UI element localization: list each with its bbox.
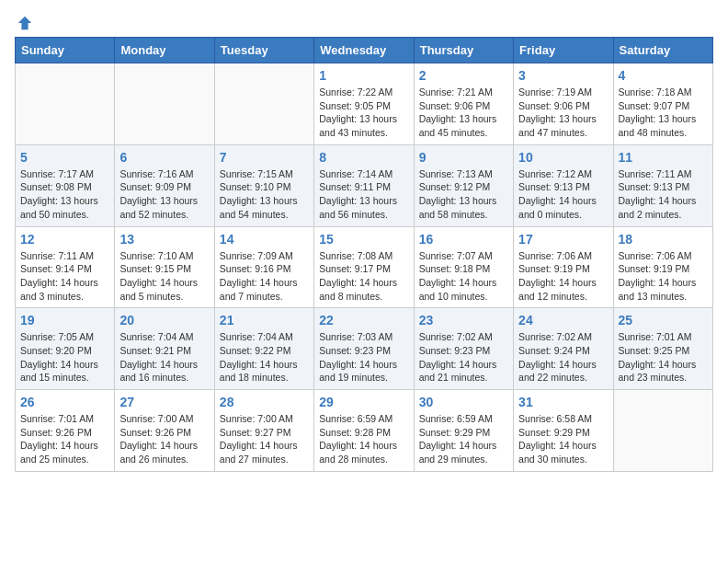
day-number: 4 [619, 68, 708, 83]
calendar-cell: 19Sunrise: 7:05 AM Sunset: 9:20 PM Dayli… [16, 308, 115, 390]
calendar-cell: 7Sunrise: 7:15 AM Sunset: 9:10 PM Daylig… [214, 144, 313, 226]
weekday-header-sunday: Sunday [16, 38, 115, 63]
day-info: Sunrise: 7:06 AM Sunset: 9:19 PM Dayligh… [619, 249, 708, 304]
calendar-cell: 14Sunrise: 7:09 AM Sunset: 9:16 PM Dayli… [214, 226, 313, 308]
week-row-1: 1Sunrise: 7:22 AM Sunset: 9:05 PM Daylig… [16, 63, 713, 145]
day-info: Sunrise: 7:22 AM Sunset: 9:05 PM Dayligh… [319, 86, 408, 140]
calendar-cell [115, 63, 214, 145]
calendar-cell [214, 63, 313, 145]
week-row-4: 19Sunrise: 7:05 AM Sunset: 9:20 PM Dayli… [16, 308, 713, 390]
day-number: 18 [619, 232, 708, 247]
calendar-cell: 11Sunrise: 7:11 AM Sunset: 9:13 PM Dayli… [613, 144, 712, 226]
day-info: Sunrise: 7:11 AM Sunset: 9:13 PM Dayligh… [619, 167, 708, 222]
day-number: 9 [419, 150, 508, 165]
day-number: 27 [119, 395, 209, 409]
weekday-header-wednesday: Wednesday [314, 38, 414, 63]
day-number: 5 [20, 150, 109, 165]
calendar-cell: 25Sunrise: 7:01 AM Sunset: 9:25 PM Dayli… [613, 308, 712, 390]
day-number: 14 [220, 232, 309, 247]
day-number: 21 [220, 313, 309, 327]
day-info: Sunrise: 7:02 AM Sunset: 9:23 PM Dayligh… [419, 330, 508, 385]
day-info: Sunrise: 7:02 AM Sunset: 9:24 PM Dayligh… [518, 330, 608, 385]
day-number: 6 [119, 150, 209, 165]
calendar-cell: 18Sunrise: 7:06 AM Sunset: 9:19 PM Dayli… [613, 226, 712, 308]
day-number: 7 [220, 150, 309, 165]
svg-marker-0 [18, 17, 31, 29]
weekday-header-monday: Monday [115, 38, 214, 63]
calendar-cell: 5Sunrise: 7:17 AM Sunset: 9:08 PM Daylig… [16, 144, 115, 226]
day-number: 23 [419, 313, 508, 327]
week-row-3: 12Sunrise: 7:11 AM Sunset: 9:14 PM Dayli… [16, 226, 713, 308]
day-info: Sunrise: 7:08 AM Sunset: 9:17 PM Dayligh… [319, 249, 408, 304]
day-number: 10 [518, 150, 608, 165]
day-info: Sunrise: 7:01 AM Sunset: 9:26 PM Dayligh… [20, 412, 109, 466]
calendar-cell: 3Sunrise: 7:19 AM Sunset: 9:06 PM Daylig… [514, 63, 613, 145]
weekday-header-thursday: Thursday [414, 38, 513, 63]
calendar-cell: 26Sunrise: 7:01 AM Sunset: 9:26 PM Dayli… [16, 390, 115, 472]
day-number: 26 [20, 395, 109, 409]
calendar-cell [16, 63, 115, 145]
day-info: Sunrise: 7:04 AM Sunset: 9:21 PM Dayligh… [119, 330, 209, 385]
day-info: Sunrise: 7:04 AM Sunset: 9:22 PM Dayligh… [220, 330, 309, 385]
day-info: Sunrise: 7:06 AM Sunset: 9:19 PM Dayligh… [518, 249, 608, 304]
weekday-header-friday: Friday [514, 38, 613, 63]
day-info: Sunrise: 7:16 AM Sunset: 9:09 PM Dayligh… [119, 167, 209, 222]
calendar-cell: 21Sunrise: 7:04 AM Sunset: 9:22 PM Dayli… [214, 308, 313, 390]
calendar: SundayMondayTuesdayWednesdayThursdayFrid… [15, 37, 713, 472]
calendar-cell: 9Sunrise: 7:13 AM Sunset: 9:12 PM Daylig… [414, 144, 513, 226]
calendar-cell: 8Sunrise: 7:14 AM Sunset: 9:11 PM Daylig… [314, 144, 414, 226]
calendar-cell: 29Sunrise: 6:59 AM Sunset: 9:28 PM Dayli… [314, 390, 414, 472]
day-info: Sunrise: 7:18 AM Sunset: 9:07 PM Dayligh… [619, 86, 708, 140]
calendar-cell: 17Sunrise: 7:06 AM Sunset: 9:19 PM Dayli… [514, 226, 613, 308]
day-number: 31 [518, 395, 608, 409]
day-info: Sunrise: 7:09 AM Sunset: 9:16 PM Dayligh… [220, 249, 309, 304]
calendar-cell: 12Sunrise: 7:11 AM Sunset: 9:14 PM Dayli… [16, 226, 115, 308]
day-info: Sunrise: 7:00 AM Sunset: 9:26 PM Dayligh… [119, 412, 209, 466]
day-info: Sunrise: 7:00 AM Sunset: 9:27 PM Dayligh… [220, 412, 309, 466]
calendar-cell: 20Sunrise: 7:04 AM Sunset: 9:21 PM Dayli… [115, 308, 214, 390]
calendar-cell: 6Sunrise: 7:16 AM Sunset: 9:09 PM Daylig… [115, 144, 214, 226]
day-info: Sunrise: 7:12 AM Sunset: 9:13 PM Dayligh… [518, 167, 608, 222]
calendar-cell: 23Sunrise: 7:02 AM Sunset: 9:23 PM Dayli… [414, 308, 513, 390]
day-number: 3 [518, 68, 608, 83]
week-row-2: 5Sunrise: 7:17 AM Sunset: 9:08 PM Daylig… [16, 144, 713, 226]
day-number: 20 [119, 313, 209, 327]
day-number: 24 [518, 313, 608, 327]
page-header [15, 15, 713, 28]
day-number: 2 [419, 68, 508, 83]
day-number: 19 [20, 313, 109, 327]
day-info: Sunrise: 6:59 AM Sunset: 9:29 PM Dayligh… [419, 412, 508, 466]
day-number: 30 [419, 395, 508, 409]
day-number: 22 [319, 313, 408, 327]
day-info: Sunrise: 6:58 AM Sunset: 9:29 PM Dayligh… [518, 412, 608, 466]
day-number: 1 [319, 68, 408, 83]
day-number: 17 [518, 232, 608, 247]
calendar-cell [613, 390, 712, 472]
calendar-cell: 16Sunrise: 7:07 AM Sunset: 9:18 PM Dayli… [414, 226, 513, 308]
calendar-cell: 30Sunrise: 6:59 AM Sunset: 9:29 PM Dayli… [414, 390, 513, 472]
calendar-cell: 1Sunrise: 7:22 AM Sunset: 9:05 PM Daylig… [314, 63, 414, 145]
calendar-cell: 28Sunrise: 7:00 AM Sunset: 9:27 PM Dayli… [214, 390, 313, 472]
calendar-cell: 10Sunrise: 7:12 AM Sunset: 9:13 PM Dayli… [514, 144, 613, 226]
day-number: 25 [619, 313, 708, 327]
day-info: Sunrise: 7:13 AM Sunset: 9:12 PM Dayligh… [419, 167, 508, 222]
calendar-cell: 27Sunrise: 7:00 AM Sunset: 9:26 PM Dayli… [115, 390, 214, 472]
day-number: 11 [619, 150, 708, 165]
day-info: Sunrise: 7:14 AM Sunset: 9:11 PM Dayligh… [319, 167, 408, 222]
day-info: Sunrise: 7:03 AM Sunset: 9:23 PM Dayligh… [319, 330, 408, 385]
weekday-header-saturday: Saturday [613, 38, 712, 63]
day-info: Sunrise: 7:10 AM Sunset: 9:15 PM Dayligh… [119, 249, 209, 304]
day-info: Sunrise: 7:19 AM Sunset: 9:06 PM Dayligh… [518, 86, 608, 140]
logo-icon [17, 15, 33, 31]
day-number: 15 [319, 232, 408, 247]
day-info: Sunrise: 7:01 AM Sunset: 9:25 PM Dayligh… [619, 330, 708, 385]
week-row-5: 26Sunrise: 7:01 AM Sunset: 9:26 PM Dayli… [16, 390, 713, 472]
day-number: 8 [319, 150, 408, 165]
day-info: Sunrise: 7:05 AM Sunset: 9:20 PM Dayligh… [20, 330, 109, 385]
weekday-header-row: SundayMondayTuesdayWednesdayThursdayFrid… [16, 38, 713, 63]
calendar-cell: 4Sunrise: 7:18 AM Sunset: 9:07 PM Daylig… [613, 63, 712, 145]
calendar-cell: 2Sunrise: 7:21 AM Sunset: 9:06 PM Daylig… [414, 63, 513, 145]
day-info: Sunrise: 7:11 AM Sunset: 9:14 PM Dayligh… [20, 249, 109, 304]
day-info: Sunrise: 7:17 AM Sunset: 9:08 PM Dayligh… [20, 167, 109, 222]
day-info: Sunrise: 7:07 AM Sunset: 9:18 PM Dayligh… [419, 249, 508, 304]
